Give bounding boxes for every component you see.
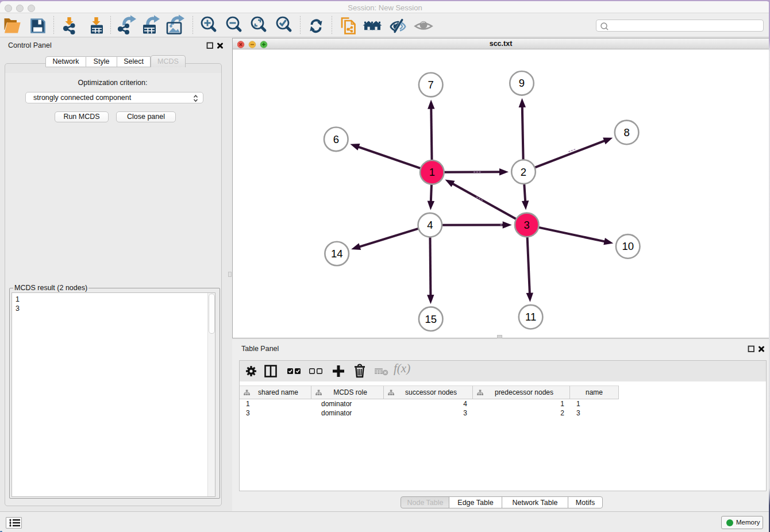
svg-text:14: 14 [331, 248, 343, 260]
svg-text:2: 2 [521, 166, 526, 178]
svg-text:4: 4 [427, 219, 433, 231]
svg-text:9: 9 [519, 77, 525, 89]
svg-text:15: 15 [425, 313, 437, 325]
svg-text:7: 7 [428, 79, 434, 91]
svg-text:3: 3 [524, 219, 530, 231]
svg-text:1: 1 [429, 166, 435, 178]
svg-text:10: 10 [622, 240, 634, 252]
svg-text:11: 11 [525, 311, 536, 323]
svg-text:6: 6 [333, 133, 339, 145]
svg-text:8: 8 [623, 126, 629, 138]
